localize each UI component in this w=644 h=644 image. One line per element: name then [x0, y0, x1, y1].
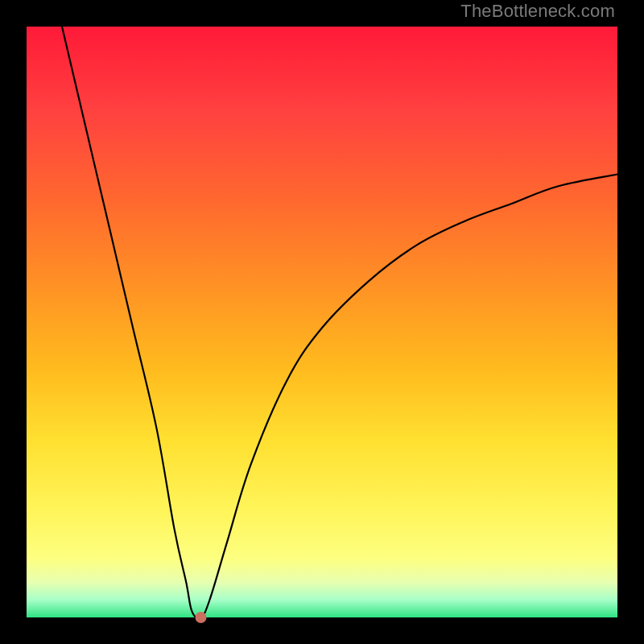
curve-path [62, 27, 617, 618]
plot-area [27, 27, 617, 617]
chart-frame: TheBottleneck.com [0, 0, 644, 644]
optimal-marker-dot [196, 612, 207, 623]
attribution-label: TheBottleneck.com [460, 1, 615, 22]
bottleneck-curve [27, 27, 617, 617]
